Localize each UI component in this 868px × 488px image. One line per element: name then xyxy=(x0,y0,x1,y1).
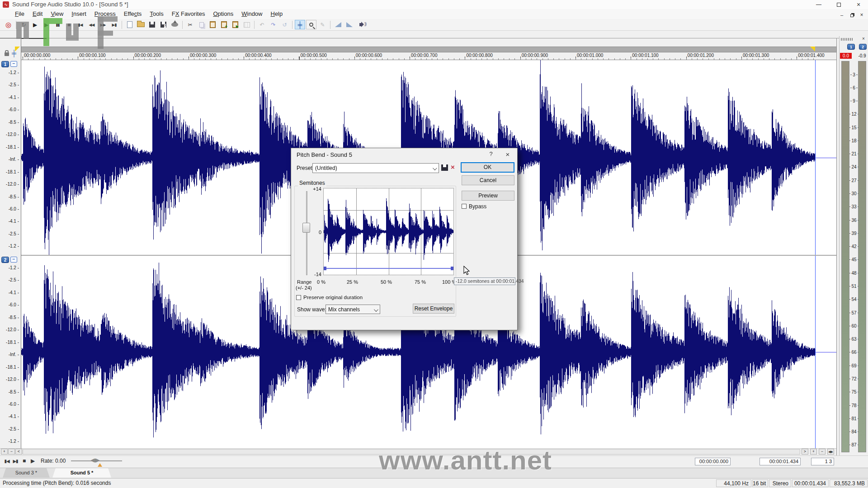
rate-slider-handle[interactable]: ◀▮▶ xyxy=(90,457,99,463)
time-display-2[interactable]: 00:00:01.434 xyxy=(760,458,801,465)
fade-out-icon[interactable] xyxy=(344,20,354,29)
toolbar-separator xyxy=(254,21,255,29)
edit-tool-icon[interactable]: ╪ xyxy=(295,20,305,29)
menu-item-edit[interactable]: Edit xyxy=(28,9,47,19)
menu-item-tools[interactable]: Tools xyxy=(146,9,167,19)
tab-sound-3-[interactable]: Sound 3 * xyxy=(3,468,50,478)
child-minimize-button[interactable]: – xyxy=(837,12,846,19)
toolbar-separator xyxy=(292,21,292,29)
stop-icon[interactable]: ■ xyxy=(20,457,28,465)
meters-grip-icon[interactable] xyxy=(841,38,853,41)
pencil-icon[interactable]: ✎ xyxy=(317,20,328,29)
scroll-left-button[interactable]: < xyxy=(15,449,22,455)
time-display-3[interactable]: 1 3 xyxy=(811,458,834,465)
meter-scale-label: 84 xyxy=(849,430,859,434)
reset-envelope-button[interactable]: Reset Envelope xyxy=(413,304,454,314)
forward-icon[interactable]: ▶▶ xyxy=(98,20,108,29)
go-to-start-icon[interactable]: ▮◀ xyxy=(75,20,85,29)
maximize-button[interactable] xyxy=(829,0,849,9)
menu-item-options[interactable]: Options xyxy=(209,9,237,19)
normalize-icon[interactable] xyxy=(355,20,366,29)
bypass-checkbox[interactable] xyxy=(462,204,467,209)
zoom-in-time-button[interactable]: + xyxy=(810,449,817,455)
go-to-start-icon[interactable]: ▮◀ xyxy=(3,457,11,465)
child-close-button[interactable]: × xyxy=(857,12,866,19)
maximize-icon xyxy=(837,3,841,7)
save-preset-icon[interactable] xyxy=(441,164,448,171)
menu-item-file[interactable]: File xyxy=(11,9,28,19)
copy-icon[interactable] xyxy=(196,20,207,29)
menu-item-effects[interactable]: Effects xyxy=(120,9,146,19)
menu-item-window[interactable]: Window xyxy=(237,9,266,19)
meter-scale-value: 21 xyxy=(851,151,856,156)
ok-button[interactable]: OK xyxy=(461,162,514,173)
loop-playback-icon[interactable]: ↻ xyxy=(19,20,29,29)
menu-item-help[interactable]: Help xyxy=(266,9,287,19)
play-all-icon[interactable]: ▶ xyxy=(30,20,40,29)
tick xyxy=(849,339,850,339)
publish-icon[interactable] xyxy=(170,20,180,29)
save-as-icon[interactable]: ? xyxy=(158,20,169,29)
paste-icon[interactable] xyxy=(208,20,218,29)
db-scale-label-ch2: -1.2 - xyxy=(1,265,19,270)
paste-insert-icon[interactable] xyxy=(219,20,229,29)
zoom-in-button[interactable]: + xyxy=(1,449,8,455)
cut-icon[interactable]: ✂ xyxy=(185,20,195,29)
zoom-out-button[interactable]: − xyxy=(8,449,15,455)
channel-2-badge[interactable]: 2 xyxy=(1,257,9,263)
channel-1-minimize[interactable]: − xyxy=(10,61,17,67)
scroll-right-button[interactable]: > xyxy=(802,449,808,455)
menu-item-view[interactable]: View xyxy=(47,9,67,19)
horizontal-scrollbar[interactable] xyxy=(23,449,800,455)
child-restore-button[interactable] xyxy=(847,12,856,19)
meter-scale-value: 3 xyxy=(853,72,855,77)
repeat-icon[interactable]: ↺ xyxy=(279,20,290,29)
time-display-1[interactable]: 00:00:00.000 xyxy=(695,458,731,465)
tick xyxy=(858,193,859,194)
tab-sound-5-[interactable]: Sound 5 * xyxy=(52,468,111,478)
menu-item-fx-favorites[interactable]: FX Favorites xyxy=(168,9,209,19)
envelope-graph[interactable] xyxy=(324,188,453,275)
play-icon[interactable]: ▶ xyxy=(28,457,37,465)
delete-preset-icon[interactable]: × xyxy=(451,163,455,171)
close-button[interactable]: × xyxy=(849,0,868,9)
zoom-out-time-button[interactable]: − xyxy=(819,449,826,455)
tick xyxy=(849,286,850,286)
channel-2-minimize[interactable]: − xyxy=(10,257,17,263)
meters-close-button[interactable]: × xyxy=(860,36,867,42)
stop-icon[interactable]: ■ xyxy=(64,20,74,29)
show-wave-combobox[interactable]: Mix channels xyxy=(326,305,380,314)
cancel-button[interactable]: Cancel xyxy=(462,175,514,185)
channel-1-badge[interactable]: 1 xyxy=(1,61,9,67)
menu-item-insert[interactable]: Insert xyxy=(67,9,90,19)
meter-bar-1 xyxy=(841,61,849,452)
go-to-end-icon[interactable]: ▶▮ xyxy=(11,457,19,465)
redo-icon[interactable]: ↷ xyxy=(268,20,278,29)
zoom-selection-button[interactable]: ◀▶ xyxy=(827,449,834,455)
overview-bar[interactable] xyxy=(21,47,836,52)
dialog-help-button[interactable]: ? xyxy=(486,150,495,159)
preview-button[interactable]: Preview xyxy=(462,191,514,201)
loop-end-marker[interactable] xyxy=(810,47,815,52)
preset-combobox[interactable]: (Untitled) xyxy=(312,163,439,173)
go-to-end-icon[interactable]: ▶▮ xyxy=(109,20,119,29)
fade-in-icon[interactable] xyxy=(333,20,343,29)
rewind-icon[interactable]: ◀◀ xyxy=(86,20,97,29)
preserve-duration-checkbox[interactable] xyxy=(296,295,301,300)
paste-to-new-icon[interactable] xyxy=(230,20,241,29)
new-file-icon[interactable] xyxy=(124,20,135,29)
undo-icon[interactable]: ↶ xyxy=(257,20,267,29)
loop-start-marker[interactable] xyxy=(15,47,20,52)
minimize-button[interactable]: — xyxy=(809,0,829,9)
magnify-icon[interactable] xyxy=(306,20,316,29)
save-icon[interactable] xyxy=(147,20,157,29)
menu-item-process[interactable]: Process xyxy=(90,9,120,19)
dialog-close-button[interactable]: × xyxy=(501,150,514,159)
open-file-icon[interactable] xyxy=(136,20,146,29)
record-icon[interactable]: ◎ xyxy=(3,20,14,29)
tick xyxy=(858,445,859,445)
pause-icon[interactable]: ▮▮ xyxy=(52,20,63,29)
play-icon[interactable]: ▶ xyxy=(41,20,52,29)
meter-scale-label: 36 xyxy=(849,218,859,222)
trim-icon[interactable] xyxy=(241,20,252,29)
